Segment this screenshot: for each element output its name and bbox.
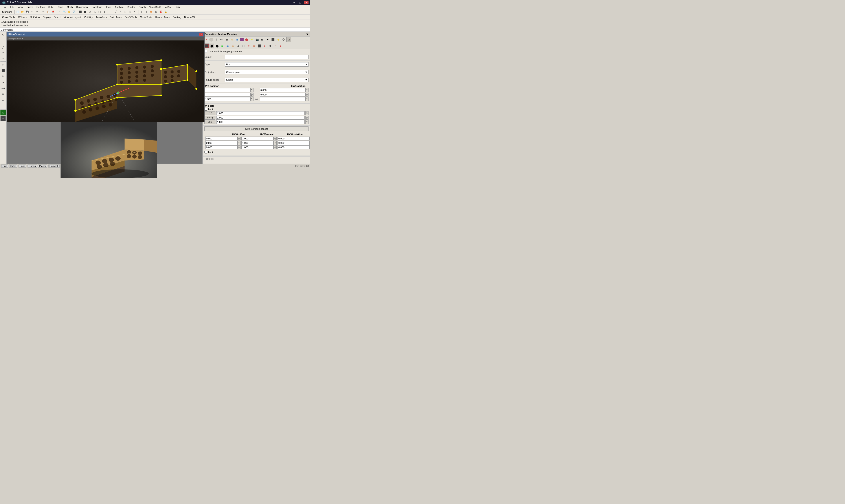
xyz-rot-z-spin[interactable]: ▲ ▼ xyxy=(305,97,309,101)
tb-circle[interactable]: ○ xyxy=(118,10,123,14)
uvw-rotation-v-down[interactable]: ▼ xyxy=(310,143,310,145)
panel-icon-active2[interactable]: ⬤ xyxy=(209,43,214,48)
tb-select[interactable]: ↖ xyxy=(57,10,61,14)
menu-tools[interactable]: Tools xyxy=(104,5,113,9)
xyz-size-up-2[interactable]: ▲ xyxy=(305,116,309,118)
uvw-repeat-v-down[interactable]: ▼ xyxy=(274,143,277,145)
tb-cylinder[interactable]: ⬡ xyxy=(88,10,92,14)
uvw-lock-checkbox[interactable] xyxy=(205,151,207,154)
tb-extrude[interactable]: ▲ xyxy=(102,10,107,14)
command-input[interactable] xyxy=(13,29,310,31)
tb-cone[interactable]: △ xyxy=(93,10,97,14)
uvw-repeat-v-input[interactable] xyxy=(241,141,274,145)
xyz-pos-x-input[interactable] xyxy=(205,88,250,92)
panel-gear-icon[interactable]: ⚙ xyxy=(306,33,309,35)
menu-dimension[interactable]: Dimension xyxy=(75,5,90,9)
menu-file[interactable]: File xyxy=(1,5,8,9)
panel-icon-mat[interactable]: ◈ xyxy=(230,37,234,42)
uvw-offset-w-up[interactable]: ▲ xyxy=(237,145,241,147)
uvw-repeat-v-up[interactable]: ▲ xyxy=(274,141,277,143)
panel-icon-camera[interactable]: 📷 xyxy=(254,37,260,42)
xyz-pos-x-spin[interactable]: ▲ ▼ xyxy=(250,88,253,92)
perspective-dropdown[interactable]: ▼ xyxy=(21,37,24,40)
tb-select[interactable]: Select xyxy=(53,16,62,18)
uvw-offset-u-up[interactable]: ▲ xyxy=(237,137,241,139)
uvw-rotation-u-input[interactable] xyxy=(278,137,310,141)
uvw-rotation-v-input[interactable] xyxy=(278,141,310,145)
xyz-pos-y-down[interactable]: ▼ xyxy=(250,94,253,96)
uvw-offset-u-down[interactable]: ▼ xyxy=(237,139,241,141)
uvw-rotation-w-up[interactable]: ▲ xyxy=(310,145,310,147)
tb-undo[interactable]: ↩ xyxy=(30,10,34,14)
panel-icon-active4[interactable]: ◉ xyxy=(220,43,225,48)
close-button[interactable]: × xyxy=(304,1,309,4)
uvw-repeat-u-up[interactable]: ▲ xyxy=(274,137,277,139)
panel-icon-active12[interactable]: ◈ xyxy=(262,43,267,48)
minimize-button[interactable]: − xyxy=(292,1,296,4)
tb-curve-tools[interactable]: Curve Tools xyxy=(1,16,16,18)
tb-cut[interactable]: ✂ xyxy=(41,10,46,14)
panel-icon-shaded[interactable] xyxy=(209,38,213,41)
toolbar-label-standard[interactable]: Standard xyxy=(1,11,14,13)
panel-icon-close[interactable]: □ xyxy=(286,37,291,42)
planar-toggle[interactable]: Planar xyxy=(38,164,47,167)
tb-new[interactable]: 📄 xyxy=(15,10,20,14)
title-bar-controls[interactable]: − □ × xyxy=(292,1,309,4)
panel-icon-edit[interactable]: ✏ xyxy=(219,37,224,42)
panel-icon-active1[interactable]: ⬛ xyxy=(204,43,209,48)
name-input[interactable] xyxy=(225,55,309,59)
bottom-viewport[interactable] xyxy=(60,119,157,178)
xyz-pos-z-input[interactable] xyxy=(205,97,250,101)
xyz-pos-x-up[interactable]: ▲ xyxy=(250,88,253,90)
float-viewport-content[interactable] xyxy=(7,40,204,122)
uvw-repeat-w-down[interactable]: ▼ xyxy=(274,147,277,149)
menu-surface[interactable]: Surface xyxy=(35,5,47,9)
uvw-repeat-v-spin[interactable]: ▲ ▼ xyxy=(274,141,277,145)
tool-text[interactable]: T xyxy=(0,103,6,109)
tb-cplanes[interactable]: CPlanes xyxy=(17,16,29,18)
panel-icon-active5[interactable]: ◉ xyxy=(225,43,230,48)
panel-icon-active11[interactable]: ⬛ xyxy=(257,43,262,48)
tb-save[interactable]: 💾 xyxy=(25,10,30,14)
tb-sphere[interactable]: ⬤ xyxy=(83,10,87,14)
menu-visualarq[interactable]: VisualARQ xyxy=(148,5,163,9)
menu-panels[interactable]: Panels xyxy=(137,5,148,9)
uvw-repeat-w-up[interactable]: ▲ xyxy=(274,145,277,147)
tb-display[interactable]: Display xyxy=(41,16,52,18)
tb-lock[interactable]: 🔒 xyxy=(163,10,168,14)
panel-icon-active10[interactable]: ◉ xyxy=(251,43,257,48)
panel-icon-grid[interactable]: ⊞ xyxy=(260,37,265,42)
uvw-rotation-w-input[interactable] xyxy=(278,145,310,149)
uvw-repeat-u-down[interactable]: ▼ xyxy=(274,139,277,141)
xyz-pos-y-up[interactable]: ▲ xyxy=(250,93,253,94)
uvw-rotation-v-spin[interactable]: ▲ ▼ xyxy=(310,141,310,145)
xyz-rot-y-up[interactable]: ▲ xyxy=(305,93,309,94)
tb-polyline[interactable]: ◻ xyxy=(128,10,133,14)
xyz-pos-z-spin[interactable]: ▲ ▼ xyxy=(250,97,253,101)
uvw-repeat-u-spin[interactable]: ▲ ▼ xyxy=(274,137,277,141)
xyz-rot-x-spin[interactable]: ▲ ▼ xyxy=(305,88,309,92)
tb-curve[interactable]: 〜 xyxy=(133,10,137,14)
maximize-button[interactable]: □ xyxy=(298,1,303,4)
xyz-size-down-1[interactable]: ▼ xyxy=(305,113,309,115)
tb-point[interactable]: · xyxy=(109,10,113,14)
panel-icon-active7[interactable]: ◈ xyxy=(236,43,241,48)
uvw-offset-v-up[interactable]: ▲ xyxy=(237,141,241,143)
uvw-offset-u-spin[interactable]: ▲ ▼ xyxy=(237,137,241,141)
xyz-size-input-3[interactable] xyxy=(216,120,304,124)
xyz-pos-x-down[interactable]: ▼ xyxy=(250,90,253,92)
panel-icon-layers[interactable]: ⊞ xyxy=(224,37,229,42)
tool-layers[interactable]: E xyxy=(0,110,6,115)
xyz-pos-z-down[interactable]: ▼ xyxy=(250,99,253,101)
tool-curve[interactable]: 〜 xyxy=(0,50,6,55)
xyz-rot-z-up[interactable]: ▲ xyxy=(305,97,309,99)
panel-icon-snap[interactable]: ✦ xyxy=(265,37,270,42)
tool-dimension[interactable]: ↔ xyxy=(0,98,6,103)
xyz-pos-y-input[interactable] xyxy=(205,93,250,96)
menu-curve[interactable]: Curve xyxy=(25,5,35,9)
tb-line[interactable]: ╱ xyxy=(113,10,118,14)
uvw-repeat-w-input[interactable] xyxy=(241,145,274,149)
texture-space-dropdown[interactable]: Single ▼ xyxy=(225,78,309,82)
tb-transform[interactable]: Transform xyxy=(94,16,108,18)
uvw-offset-v-down[interactable]: ▼ xyxy=(237,143,241,145)
